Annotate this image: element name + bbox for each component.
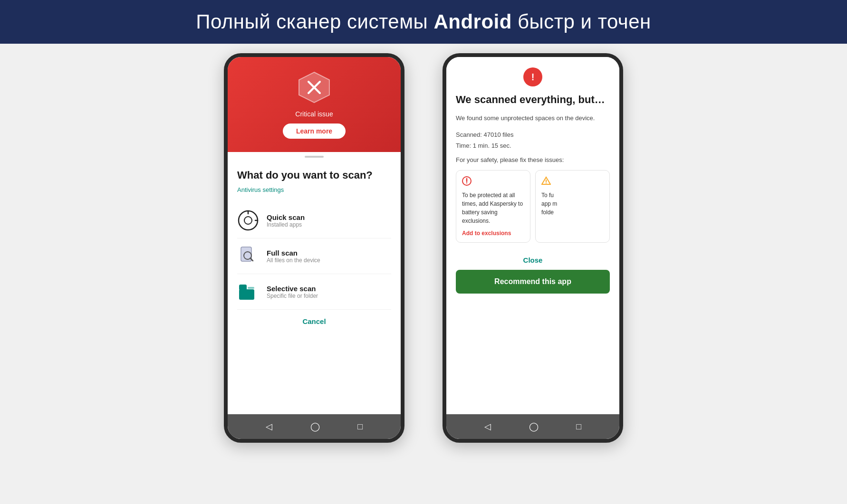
close-button[interactable]: Close	[456, 250, 610, 270]
header-title-part1: Полный сканер системы	[196, 10, 433, 33]
issue-cards: To be protected at all times, add Kasper…	[456, 170, 610, 243]
svg-rect-12	[248, 287, 254, 289]
selective-scan-desc: Specific file or folder	[267, 293, 318, 299]
svg-point-4	[244, 217, 252, 224]
svg-rect-11	[239, 285, 247, 290]
issue-card-folder: To fu app m folde	[535, 170, 610, 243]
main-content: Critical issue Learn more What do you wa…	[0, 44, 847, 503]
alert-circle-icon: !	[523, 67, 542, 86]
scanned-label: Scanned: 47010 files	[456, 129, 610, 140]
right-phone-body: We scanned everything, but… We found som…	[446, 88, 619, 414]
header-title-bold: Android	[433, 10, 511, 33]
right-phone-mockup: ! We scanned everything, but… We found s…	[443, 53, 623, 443]
back-nav-icon-right: ◁	[484, 421, 491, 432]
left-phone-body: What do you want to scan? Antivirus sett…	[228, 162, 401, 414]
header-title: Полный сканер системы Android быстр и то…	[196, 10, 651, 33]
selective-scan-option[interactable]: Selective scan Specific file or folder	[237, 274, 391, 310]
right-phone-nav-bar: ◁ ◯ □	[446, 414, 619, 439]
selective-scan-icon	[237, 281, 259, 303]
antivirus-settings-link[interactable]: Antivirus settings	[237, 186, 391, 193]
header-banner: Полный сканер системы Android быстр и то…	[0, 0, 847, 44]
quick-scan-icon	[237, 209, 259, 231]
home-nav-icon-right: ◯	[529, 421, 539, 432]
critical-issue-label: Critical issue	[295, 110, 333, 118]
recents-nav-icon-right: □	[576, 422, 581, 432]
cancel-button[interactable]: Cancel	[237, 310, 391, 329]
phone-critical-area: Critical issue Learn more	[228, 57, 401, 152]
scan-title: What do you want to scan?	[237, 169, 391, 181]
quick-scan-info: Quick scan Installed apps	[267, 213, 305, 228]
full-scan-icon	[237, 245, 259, 267]
learn-more-button[interactable]: Learn more	[283, 124, 346, 139]
selective-scan-info: Selective scan Specific file or folder	[267, 285, 318, 299]
recommend-button[interactable]: Recommend this app	[456, 270, 610, 294]
result-desc: We found some unprotected spaces on the …	[456, 114, 610, 123]
svg-rect-10	[239, 289, 254, 300]
full-scan-option[interactable]: Full scan All files on the device	[237, 238, 391, 274]
result-title: We scanned everything, but…	[456, 93, 610, 107]
issue-card-2-icon	[541, 176, 604, 188]
header-title-part2: быстр и точен	[512, 10, 651, 33]
full-scan-info: Full scan All files on the device	[267, 249, 320, 264]
result-fix-label: For your safety, please fix these issues…	[456, 156, 610, 163]
result-stats: Scanned: 47010 files Time: 1 min. 15 sec…	[456, 129, 610, 152]
left-phone-mockup: Critical issue Learn more What do you wa…	[224, 53, 404, 443]
scroll-indicator	[305, 156, 324, 158]
svg-point-18	[546, 182, 547, 183]
home-nav-icon: ◯	[310, 421, 320, 432]
right-phone-top: !	[446, 57, 619, 88]
add-exclusions-link[interactable]: Add to exclusions	[462, 230, 524, 237]
left-phone-nav-bar: ◁ ◯ □	[228, 414, 401, 439]
time-label: Time: 1 min. 15 sec.	[456, 140, 610, 151]
quick-scan-title: Quick scan	[267, 213, 305, 221]
quick-scan-option[interactable]: Quick scan Installed apps	[237, 203, 391, 238]
recents-nav-icon: □	[357, 422, 363, 432]
selective-scan-title: Selective scan	[267, 285, 318, 293]
critical-icon	[297, 70, 331, 105]
issue-card-battery: To be protected at all times, add Kasper…	[456, 170, 530, 243]
issue-card-2-text: To fu app m folde	[541, 191, 604, 217]
back-nav-icon: ◁	[266, 421, 272, 432]
full-scan-desc: All files on the device	[267, 257, 320, 264]
issue-card-1-icon	[462, 176, 524, 188]
full-scan-title: Full scan	[267, 249, 320, 257]
svg-point-15	[466, 182, 467, 183]
quick-scan-desc: Installed apps	[267, 221, 305, 228]
issue-card-1-text: To be protected at all times, add Kasper…	[462, 191, 524, 225]
